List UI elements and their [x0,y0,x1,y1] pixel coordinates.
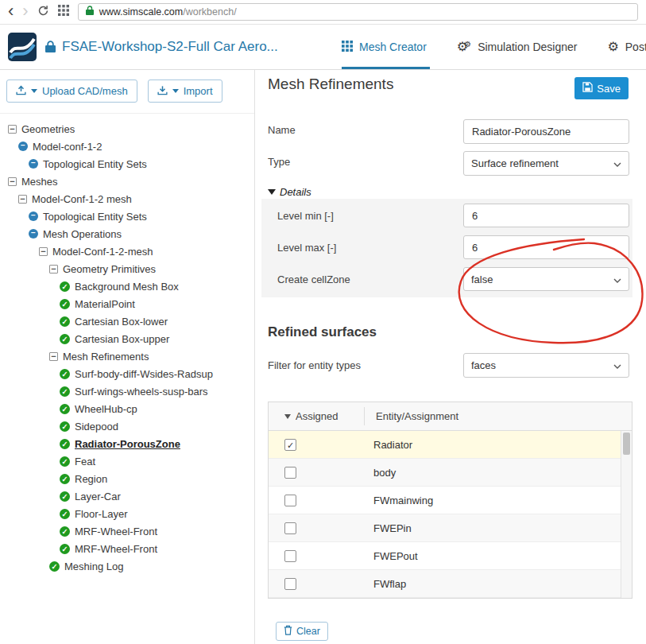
tree-item-label: Mesh Refinements [63,351,149,363]
row-checkbox[interactable] [284,550,296,562]
entity-type-filter-select[interactable]: faces [463,353,629,378]
type-select[interactable]: Surface refinement [463,151,629,176]
tab-simulation-designer[interactable]: ⚙⚙ Simulation Designer [457,25,578,69]
tree-item[interactable]: ✓ Cartesian Box-upper [0,330,254,347]
level-max-input[interactable] [463,235,629,259]
https-lock-icon [86,6,94,18]
tree-item[interactable]: − Geometry Primitives [0,260,254,277]
workbench-tabs: Mesh Creator ⚙⚙ Simulation Designer ⚙ Po… [342,25,646,69]
tree-item-label: WheelHub-cp [75,403,137,415]
tree-item[interactable]: ✓ Region [0,470,254,487]
check-icon: ✓ [60,404,70,414]
tree-item[interactable]: − Topological Entity Sets [0,155,254,173]
tree-item[interactable]: ✓ MaterialPoint [0,295,254,312]
row-checkbox[interactable] [284,578,296,590]
collapse-icon: − [18,195,27,204]
column-divider [364,407,365,425]
clear-button[interactable]: Clear [276,622,328,641]
tree-item[interactable]: ✓ Cartesian Box-lower [0,312,254,330]
cellzone-select[interactable]: false [463,267,629,291]
tab-post-processor[interactable]: ⚙ Post- [607,25,646,69]
tree-item[interactable]: ✓ Background Mesh Box [0,277,254,295]
tree-item[interactable]: ✓ Surf-wings-wheels-susp-bars [0,382,254,400]
simscale-logo [8,33,37,64]
tree-item[interactable]: ✓ Radiator-PorousZone [0,435,254,452]
tree-item[interactable]: − Mesh Operations [0,225,254,242]
level-min-input[interactable] [463,204,629,227]
save-button-label: Save [597,83,621,95]
table-row[interactable]: FWmainwing [269,487,621,514]
tree-item[interactable]: − Model-conf-1-2 [0,138,254,155]
project-title[interactable]: FSAE-Workshop-S2-Full Car Aero... [62,39,278,55]
tree-item[interactable]: ✓ Layer-Car [0,487,254,505]
tree-item[interactable]: ✓ Meshing Log [0,557,254,575]
entity-name: Radiator [373,439,412,451]
tree-item[interactable]: − Model-Conf-1-2 mesh [0,190,254,208]
tree-item[interactable]: ✓ Feat [0,452,254,470]
table-row[interactable]: FWflap [269,570,621,598]
check-icon: ✓ [60,474,70,484]
tab-mesh-creator[interactable]: Mesh Creator [342,25,427,69]
table-row[interactable]: FWEPout [269,542,621,570]
tree-item-label: Meshing Log [64,561,123,572]
row-checkbox[interactable] [284,495,296,506]
table-row[interactable]: ✓ Radiator [269,431,621,459]
save-button[interactable]: Save [574,77,629,99]
level-min-label: Level min [-] [277,210,334,222]
gear-icon: ⚙ [607,41,618,53]
table-row[interactable]: body [269,459,621,487]
tree-item[interactable]: ✓ Sidepood [0,417,254,435]
reload-icon[interactable] [37,5,49,20]
row-checkbox[interactable] [284,467,296,479]
sort-descending-icon[interactable] [284,414,291,419]
dropdown-caret-icon [172,89,179,93]
tree-item-label: Layer-Car [75,491,121,502]
forward-icon[interactable]: › [22,2,28,20]
check-icon: ✓ [60,281,70,292]
tree-item-label: Topological Entity Sets [43,158,147,170]
upload-cad-button[interactable]: Upload CAD/mesh [6,80,137,103]
tree-item-label: Feat [75,456,95,467]
details-section-header[interactable]: Details [268,186,311,198]
back-icon[interactable]: ‹ [8,2,14,20]
tree-item[interactable]: − Geometries [0,120,254,138]
tree-item[interactable]: − Meshes [0,173,254,190]
row-checkbox[interactable]: ✓ [284,439,296,451]
tree-item[interactable]: ✓ WheelHub-cp [0,400,254,417]
tree-item-label: Model-Conf-1-2-mesh [52,246,153,258]
address-bar[interactable]: www.simscale.com/workbench/ [78,3,638,21]
cellzone-select-value: false [471,274,493,285]
trash-icon [284,625,292,638]
tab-label: Simulation Designer [478,41,577,53]
name-input[interactable] [463,119,629,144]
tree-item-label: MRF-Wheel-Front [75,526,157,537]
table-row[interactable]: FWEPin [269,514,621,542]
tree-item[interactable]: ✓ Surf-body-diff-Wsides-Radsup [0,365,254,382]
entity-icon: − [18,142,28,151]
tree-item[interactable]: ✓ MRF-Wheel-Front [0,522,254,540]
row-checkbox[interactable] [284,522,296,534]
scrollbar-thumb[interactable] [623,433,630,455]
tree-item[interactable]: ✓ MRF-Wheel-Front [0,540,254,557]
check-icon: ✓ [60,491,70,502]
import-icon [157,85,168,98]
collapse-triangle-icon [268,189,276,195]
tree-item[interactable]: − Mesh Refinements [0,347,254,365]
apps-grid-icon[interactable] [58,5,69,19]
tree-item-label: Geometries [21,123,75,135]
entity-name: body [373,467,396,479]
sidebar: Upload CAD/mesh Import − Geometries − Mo… [0,70,254,644]
assigned-column-header[interactable]: Assigned [296,410,338,422]
chevron-down-icon [613,157,621,169]
type-label: Type [268,156,290,168]
import-button[interactable]: Import [148,80,222,103]
tree-item[interactable]: − Topological Entity Sets [0,208,254,225]
tree-item[interactable]: − Model-Conf-1-2-mesh [0,242,254,260]
details-panel: Level min [-] Level max [-] Create cellZ… [261,199,632,297]
details-label: Details [280,186,311,198]
entity-column-header[interactable]: Entity/Assignment [376,410,458,422]
tree-item-label: Model-Conf-1-2 mesh [32,193,132,205]
tree-item[interactable]: ✓ Floor-Layer [0,505,254,522]
entity-name: FWmainwing [373,495,433,506]
table-scrollbar[interactable] [621,431,632,598]
